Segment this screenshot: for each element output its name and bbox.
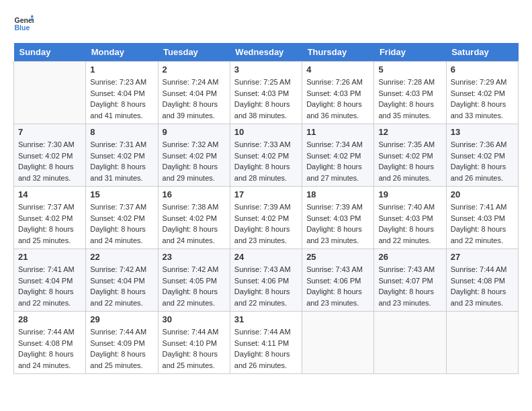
calendar-cell: 6Sunrise: 7:29 AM Sunset: 4:02 PM Daylig…: [446, 62, 518, 124]
calendar-cell: 16Sunrise: 7:38 AM Sunset: 4:02 PM Dayli…: [158, 187, 230, 249]
calendar-cell: 20Sunrise: 7:41 AM Sunset: 4:03 PM Dayli…: [446, 187, 518, 249]
day-info: Sunrise: 7:42 AM Sunset: 4:05 PM Dayligh…: [163, 264, 226, 308]
day-number: 5: [378, 64, 441, 75]
calendar-cell: 5Sunrise: 7:28 AM Sunset: 4:03 PM Daylig…: [374, 62, 446, 124]
day-number: 1: [90, 64, 153, 75]
calendar-cell: 29Sunrise: 7:44 AM Sunset: 4:09 PM Dayli…: [86, 312, 158, 374]
day-info: Sunrise: 7:41 AM Sunset: 4:04 PM Dayligh…: [18, 264, 81, 308]
column-header-tuesday: Tuesday: [158, 43, 230, 62]
day-info: Sunrise: 7:24 AM Sunset: 4:04 PM Dayligh…: [163, 77, 226, 121]
column-header-friday: Friday: [374, 43, 446, 62]
day-info: Sunrise: 7:23 AM Sunset: 4:04 PM Dayligh…: [90, 77, 153, 121]
calendar-cell: 30Sunrise: 7:44 AM Sunset: 4:10 PM Dayli…: [158, 312, 230, 374]
week-row-4: 21Sunrise: 7:41 AM Sunset: 4:04 PM Dayli…: [14, 249, 519, 312]
calendar-cell: 24Sunrise: 7:43 AM Sunset: 4:06 PM Dayli…: [230, 249, 302, 312]
day-info: Sunrise: 7:44 AM Sunset: 4:09 PM Dayligh…: [90, 326, 153, 371]
day-info: Sunrise: 7:39 AM Sunset: 4:03 PM Dayligh…: [306, 201, 369, 246]
day-number: 16: [163, 189, 226, 199]
day-info: Sunrise: 7:32 AM Sunset: 4:02 PM Dayligh…: [163, 139, 226, 183]
day-number: 13: [451, 127, 514, 137]
day-info: Sunrise: 7:39 AM Sunset: 4:02 PM Dayligh…: [234, 201, 298, 246]
day-info: Sunrise: 7:36 AM Sunset: 4:02 PM Dayligh…: [451, 139, 514, 183]
day-number: 12: [378, 127, 441, 137]
calendar-cell: [302, 312, 374, 374]
calendar-cell: 11Sunrise: 7:34 AM Sunset: 4:02 PM Dayli…: [302, 124, 374, 187]
calendar-cell: 31Sunrise: 7:44 AM Sunset: 4:11 PM Dayli…: [230, 312, 302, 374]
calendar-cell: 17Sunrise: 7:39 AM Sunset: 4:02 PM Dayli…: [230, 187, 302, 249]
day-info: Sunrise: 7:30 AM Sunset: 4:02 PM Dayligh…: [18, 139, 81, 183]
column-header-wednesday: Wednesday: [230, 43, 302, 62]
calendar-table: SundayMondayTuesdayWednesdayThursdayFrid…: [13, 43, 519, 374]
header-row: SundayMondayTuesdayWednesdayThursdayFrid…: [14, 43, 519, 62]
calendar-cell: 15Sunrise: 7:37 AM Sunset: 4:02 PM Dayli…: [86, 187, 158, 249]
day-info: Sunrise: 7:29 AM Sunset: 4:02 PM Dayligh…: [451, 77, 514, 121]
day-info: Sunrise: 7:31 AM Sunset: 4:02 PM Dayligh…: [90, 139, 153, 183]
day-info: Sunrise: 7:26 AM Sunset: 4:03 PM Dayligh…: [306, 77, 369, 121]
day-info: Sunrise: 7:41 AM Sunset: 4:03 PM Dayligh…: [451, 201, 514, 246]
day-info: Sunrise: 7:28 AM Sunset: 4:03 PM Dayligh…: [378, 77, 441, 121]
day-number: 21: [18, 252, 81, 262]
day-number: 4: [306, 64, 369, 75]
day-number: 9: [163, 127, 226, 137]
day-number: 8: [90, 127, 153, 137]
day-number: 20: [451, 189, 514, 199]
day-info: Sunrise: 7:35 AM Sunset: 4:02 PM Dayligh…: [378, 139, 441, 183]
week-row-1: 1Sunrise: 7:23 AM Sunset: 4:04 PM Daylig…: [14, 62, 519, 124]
calendar-cell: 8Sunrise: 7:31 AM Sunset: 4:02 PM Daylig…: [86, 124, 158, 187]
day-number: 15: [90, 189, 153, 199]
column-header-saturday: Saturday: [446, 43, 518, 62]
calendar-cell: 7Sunrise: 7:30 AM Sunset: 4:02 PM Daylig…: [14, 124, 86, 187]
day-info: Sunrise: 7:25 AM Sunset: 4:03 PM Dayligh…: [234, 77, 298, 121]
week-row-5: 28Sunrise: 7:44 AM Sunset: 4:08 PM Dayli…: [14, 312, 519, 374]
day-info: Sunrise: 7:40 AM Sunset: 4:03 PM Dayligh…: [378, 201, 441, 246]
calendar-cell: 18Sunrise: 7:39 AM Sunset: 4:03 PM Dayli…: [302, 187, 374, 249]
day-info: Sunrise: 7:44 AM Sunset: 4:10 PM Dayligh…: [163, 326, 226, 371]
calendar-cell: 21Sunrise: 7:41 AM Sunset: 4:04 PM Dayli…: [14, 249, 86, 312]
calendar-cell: 23Sunrise: 7:42 AM Sunset: 4:05 PM Dayli…: [158, 249, 230, 312]
calendar-cell: 22Sunrise: 7:42 AM Sunset: 4:04 PM Dayli…: [86, 249, 158, 312]
day-number: 23: [163, 252, 226, 262]
calendar-cell: 3Sunrise: 7:25 AM Sunset: 4:03 PM Daylig…: [230, 62, 302, 124]
calendar-cell: 27Sunrise: 7:44 AM Sunset: 4:08 PM Dayli…: [446, 249, 518, 312]
column-header-thursday: Thursday: [302, 43, 374, 62]
day-number: 19: [378, 189, 441, 199]
day-number: 17: [234, 189, 298, 199]
calendar-cell: 2Sunrise: 7:24 AM Sunset: 4:04 PM Daylig…: [158, 62, 230, 124]
calendar-cell: 25Sunrise: 7:43 AM Sunset: 4:06 PM Dayli…: [302, 249, 374, 312]
svg-text:Blue: Blue: [15, 24, 30, 32]
calendar-cell: [14, 62, 86, 124]
day-info: Sunrise: 7:37 AM Sunset: 4:02 PM Dayligh…: [90, 201, 153, 246]
calendar-cell: 14Sunrise: 7:37 AM Sunset: 4:02 PM Dayli…: [14, 187, 86, 249]
day-info: Sunrise: 7:34 AM Sunset: 4:02 PM Dayligh…: [306, 139, 369, 183]
page-header: General Blue: [13, 13, 519, 36]
day-number: 11: [306, 127, 369, 137]
calendar-cell: [374, 312, 446, 374]
svg-text:General: General: [15, 16, 34, 24]
day-info: Sunrise: 7:43 AM Sunset: 4:06 PM Dayligh…: [234, 264, 298, 308]
day-number: 6: [451, 64, 514, 75]
calendar-cell: 1Sunrise: 7:23 AM Sunset: 4:04 PM Daylig…: [86, 62, 158, 124]
day-number: 30: [163, 314, 226, 324]
calendar-cell: 12Sunrise: 7:35 AM Sunset: 4:02 PM Dayli…: [374, 124, 446, 187]
day-number: 18: [306, 189, 369, 199]
day-info: Sunrise: 7:44 AM Sunset: 4:11 PM Dayligh…: [234, 326, 298, 371]
day-number: 26: [378, 252, 441, 262]
calendar-cell: 19Sunrise: 7:40 AM Sunset: 4:03 PM Dayli…: [374, 187, 446, 249]
day-number: 22: [90, 252, 153, 262]
calendar-cell: 13Sunrise: 7:36 AM Sunset: 4:02 PM Dayli…: [446, 124, 518, 187]
logo: General Blue: [13, 13, 34, 36]
day-number: 27: [451, 252, 514, 262]
day-number: 2: [163, 64, 226, 75]
week-row-3: 14Sunrise: 7:37 AM Sunset: 4:02 PM Dayli…: [14, 187, 519, 249]
day-info: Sunrise: 7:43 AM Sunset: 4:07 PM Dayligh…: [378, 264, 441, 308]
calendar-cell: [446, 312, 518, 374]
day-number: 25: [306, 252, 369, 262]
day-number: 28: [18, 314, 81, 324]
calendar-cell: 9Sunrise: 7:32 AM Sunset: 4:02 PM Daylig…: [158, 124, 230, 187]
day-info: Sunrise: 7:38 AM Sunset: 4:02 PM Dayligh…: [163, 201, 226, 246]
calendar-cell: 4Sunrise: 7:26 AM Sunset: 4:03 PM Daylig…: [302, 62, 374, 124]
calendar-cell: 10Sunrise: 7:33 AM Sunset: 4:02 PM Dayli…: [230, 124, 302, 187]
day-number: 7: [18, 127, 81, 137]
day-number: 10: [234, 127, 298, 137]
column-header-monday: Monday: [86, 43, 158, 62]
